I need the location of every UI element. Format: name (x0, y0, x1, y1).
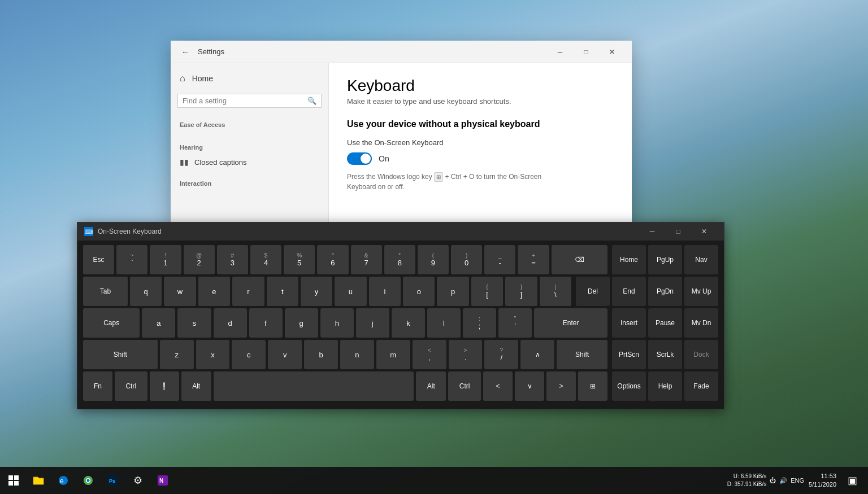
key-fn[interactable]: Fn (83, 371, 112, 401)
key-i[interactable]: i (369, 277, 401, 306)
key-arrow-down[interactable]: ∨ (515, 371, 544, 401)
key-scrlk[interactable]: ScrLk (648, 340, 682, 369)
key-k[interactable]: k (392, 308, 425, 338)
key-shift-left[interactable]: Shift (83, 340, 158, 369)
key-2[interactable]: @2 (184, 245, 215, 274)
key-esc[interactable]: Esc (83, 245, 114, 274)
explorer-icon[interactable] (27, 469, 50, 492)
key-s[interactable]: s (177, 308, 211, 338)
osk-minimize-button[interactable]: ─ (639, 222, 665, 241)
key-9[interactable]: (9 (418, 245, 449, 274)
key-ctrl-left[interactable]: Ctrl (115, 371, 147, 401)
key-alt-right[interactable]: Alt (416, 371, 446, 401)
key-shift-right[interactable]: Shift (557, 340, 607, 369)
key-alt-left[interactable]: Alt (181, 371, 211, 401)
key-caps[interactable]: Caps (83, 308, 140, 338)
key-x[interactable]: x (196, 340, 230, 369)
key-p[interactable]: p (437, 277, 468, 306)
edge-icon[interactable]: e (52, 469, 75, 492)
key-minus[interactable]: _- (484, 245, 515, 274)
key-slash[interactable]: ?/ (484, 340, 518, 369)
osk-close-button[interactable]: ✕ (691, 222, 717, 241)
key-end[interactable]: End (612, 277, 646, 306)
close-button[interactable]: ✕ (599, 41, 625, 63)
key-equals[interactable]: += (518, 245, 549, 274)
osk-restore-button[interactable]: □ (665, 222, 691, 241)
key-0[interactable]: )0 (451, 245, 482, 274)
key-e[interactable]: e (198, 277, 230, 306)
key-bracket-right[interactable]: }] (505, 277, 537, 306)
key-z[interactable]: z (160, 340, 194, 369)
key-backtick[interactable]: ~` (116, 245, 147, 274)
search-input[interactable] (183, 97, 304, 105)
key-6[interactable]: ^6 (317, 245, 348, 274)
onenote-icon[interactable]: N (151, 469, 174, 492)
key-nav[interactable]: Nav (684, 245, 718, 274)
notification-icon[interactable]: ▣ (841, 469, 863, 492)
key-quote[interactable]: "' (498, 308, 532, 338)
key-prtscn[interactable]: PrtScn (612, 340, 646, 369)
key-5[interactable]: %5 (284, 245, 315, 274)
sidebar-closed-captions[interactable]: ▮▮ Closed captions (171, 153, 328, 171)
start-button[interactable] (2, 469, 25, 492)
key-1[interactable]: !1 (150, 245, 181, 274)
key-n[interactable]: n (340, 340, 374, 369)
key-ctrl-right[interactable]: Ctrl (448, 371, 481, 401)
key-l[interactable]: l (427, 308, 461, 338)
key-y[interactable]: y (301, 277, 332, 306)
key-pgup[interactable]: PgUp (648, 245, 682, 274)
key-comma[interactable]: <, (413, 340, 446, 369)
key-bracket-left[interactable]: {[ (471, 277, 503, 306)
key-backspace[interactable]: ⌫ (552, 245, 607, 274)
taskbar-clock[interactable]: 11:53 5/11/2020 (809, 472, 836, 489)
on-screen-keyboard-toggle[interactable] (347, 152, 372, 165)
key-8[interactable]: *8 (384, 245, 415, 274)
key-u[interactable]: u (335, 277, 366, 306)
key-arrow-right[interactable]: > (546, 371, 576, 401)
key-a[interactable]: a (142, 308, 175, 338)
minimize-button[interactable]: ─ (547, 41, 573, 63)
key-w[interactable]: w (164, 277, 196, 306)
key-fade[interactable]: Fade (684, 371, 718, 401)
settings-taskbar-icon[interactable]: ⚙ (127, 469, 149, 492)
key-mvdn[interactable]: Mv Dn (684, 308, 718, 338)
key-h[interactable]: h (320, 308, 354, 338)
chrome-icon[interactable] (77, 469, 99, 492)
key-b[interactable]: b (304, 340, 338, 369)
key-c[interactable]: c (232, 340, 266, 369)
key-f[interactable]: f (249, 308, 283, 338)
key-t[interactable]: t (267, 277, 298, 306)
key-menu[interactable]: ⊞ (578, 371, 607, 401)
key-j[interactable]: j (356, 308, 389, 338)
maximize-button[interactable]: □ (573, 41, 599, 63)
key-period[interactable]: >. (449, 340, 483, 369)
key-d[interactable]: d (214, 308, 247, 338)
key-arrow-left[interactable]: < (483, 371, 513, 401)
key-mvup[interactable]: Mv Up (684, 277, 718, 306)
key-del[interactable]: Del (576, 277, 610, 306)
key-pause[interactable]: Pause (648, 308, 682, 338)
key-m[interactable]: m (376, 340, 410, 369)
key-r[interactable]: r (232, 277, 264, 306)
key-7[interactable]: &7 (351, 245, 382, 274)
key-g[interactable]: g (285, 308, 318, 338)
key-help[interactable]: Help (648, 371, 682, 401)
key-insert[interactable]: Insert (612, 308, 646, 338)
key-semicolon[interactable]: :; (463, 308, 496, 338)
key-options[interactable]: Options (612, 371, 646, 401)
back-button[interactable]: ← (177, 44, 193, 60)
photoshop-icon[interactable]: Ps (102, 469, 124, 492)
key-o[interactable]: o (403, 277, 435, 306)
sidebar-home[interactable]: ⌂ Home (171, 68, 328, 89)
key-dock[interactable]: Dock (684, 340, 718, 369)
key-win[interactable]: ❕ (150, 371, 179, 401)
key-space[interactable] (214, 371, 414, 401)
key-home[interactable]: Home (612, 245, 646, 274)
key-enter[interactable]: Enter (534, 308, 607, 338)
key-3[interactable]: #3 (217, 245, 248, 274)
key-pgdn[interactable]: PgDn (648, 277, 682, 306)
key-backslash[interactable]: |\ (540, 277, 571, 306)
key-tab[interactable]: Tab (83, 277, 128, 306)
key-q[interactable]: q (130, 277, 162, 306)
key-v[interactable]: v (268, 340, 302, 369)
